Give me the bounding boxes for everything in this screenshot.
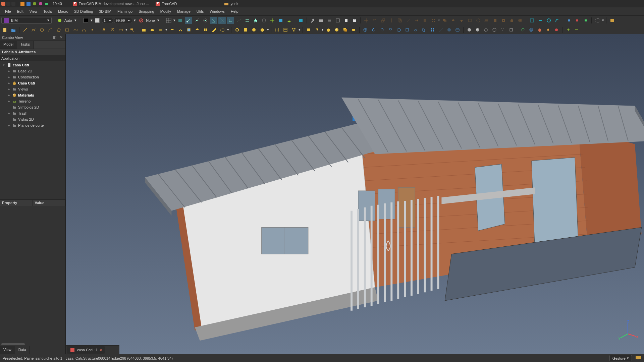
bim-section-icon[interactable] bbox=[305, 26, 312, 34]
snap-center-icon[interactable] bbox=[202, 17, 209, 24]
bim-rebar-icon[interactable] bbox=[177, 26, 184, 34]
tree-row[interactable]: ▸Terreno bbox=[0, 98, 65, 104]
snap-grid-icon[interactable] bbox=[165, 17, 172, 24]
bim-panel-icon[interactable] bbox=[202, 26, 209, 34]
snap-intersection-icon[interactable] bbox=[218, 17, 226, 24]
expand-arrow-icon[interactable]: ▸ bbox=[7, 75, 11, 79]
bim-section2-icon[interactable] bbox=[313, 26, 321, 34]
menu-flamingo[interactable]: Flamingo bbox=[114, 8, 136, 14]
scale-icon[interactable] bbox=[379, 17, 387, 24]
chevron-down-icon[interactable]: ▾ bbox=[602, 18, 604, 22]
menu-macro[interactable]: Macro bbox=[55, 8, 71, 14]
snap-wp-icon[interactable] bbox=[285, 17, 293, 24]
flamingo-frame-icon[interactable] bbox=[528, 17, 536, 24]
view-grid-icon[interactable] bbox=[429, 26, 436, 34]
tree-row[interactable]: ▸Trash bbox=[0, 110, 65, 116]
tree-row[interactable]: ▸Views bbox=[0, 86, 65, 92]
panel-float-icon[interactable]: ◧ bbox=[52, 35, 57, 40]
view-hidden-icon[interactable] bbox=[482, 26, 490, 34]
view-iso2-icon[interactable] bbox=[395, 26, 402, 34]
panel-close-icon[interactable]: ✕ bbox=[59, 35, 63, 40]
mirror-icon[interactable] bbox=[388, 17, 395, 24]
draft-bezier-icon[interactable] bbox=[80, 26, 88, 34]
menu-tools[interactable]: Tools bbox=[40, 8, 55, 14]
doc-icon[interactable] bbox=[342, 17, 350, 24]
flamingo-beam-icon[interactable] bbox=[537, 17, 544, 24]
snap-special-icon[interactable] bbox=[252, 17, 259, 24]
tray-icon[interactable] bbox=[38, 1, 43, 6]
expand-arrow-icon[interactable]: ▸ bbox=[7, 100, 11, 103]
bim-roof-icon[interactable] bbox=[194, 26, 201, 34]
view-shaded-icon[interactable] bbox=[466, 26, 473, 34]
globe-icon[interactable] bbox=[528, 26, 535, 34]
wp-side-icon[interactable] bbox=[582, 17, 589, 24]
draft-point-icon[interactable] bbox=[89, 26, 96, 34]
move-icon[interactable] bbox=[363, 17, 370, 24]
bim-box-icon[interactable] bbox=[325, 26, 332, 34]
chevron-down-icon[interactable]: ▾ bbox=[438, 18, 440, 22]
chevron-down-icon[interactable]: ▾ bbox=[73, 18, 78, 22]
expand-arrow-icon[interactable]: ▸ bbox=[7, 87, 11, 91]
flamingo-pipe-icon[interactable] bbox=[545, 17, 552, 24]
snap-extension-icon[interactable] bbox=[235, 17, 243, 24]
wp-top-icon[interactable] bbox=[565, 17, 573, 24]
upgrade-icon[interactable] bbox=[449, 17, 457, 24]
view-flat-icon[interactable] bbox=[474, 26, 481, 34]
tree-row[interactable]: ▾casa Cati bbox=[0, 62, 65, 68]
wm-close-icon[interactable] bbox=[1, 2, 5, 6]
levels-icon[interactable] bbox=[326, 17, 333, 24]
view-iso1-icon[interactable] bbox=[387, 26, 394, 34]
menu-edit[interactable]: Edit bbox=[14, 8, 26, 14]
record-icon[interactable] bbox=[553, 26, 560, 34]
fullscreen-icon[interactable] bbox=[608, 17, 616, 24]
chevron-down-icon[interactable]: ▾ bbox=[133, 18, 137, 22]
menu-2d-drafting[interactable]: 2D Drafting bbox=[71, 8, 96, 14]
bim-stairs-icon[interactable] bbox=[210, 26, 218, 34]
close-icon[interactable]: × bbox=[100, 348, 102, 352]
draft-arc-icon[interactable] bbox=[47, 26, 54, 34]
transparency-stepper[interactable]: 99.99▴▾ bbox=[114, 18, 132, 23]
menu-snapping[interactable]: Snapping bbox=[136, 8, 157, 14]
flame-icon[interactable] bbox=[544, 26, 552, 34]
tab-tasks[interactable]: Tasks bbox=[17, 41, 34, 49]
tab-data[interactable]: Data bbox=[15, 346, 30, 354]
bim-material-icon[interactable] bbox=[333, 26, 340, 34]
expand-arrow-icon[interactable]: ▸ bbox=[7, 124, 11, 127]
screen-icon[interactable] bbox=[635, 356, 641, 361]
chevron-down-icon[interactable]: ▾ bbox=[299, 27, 301, 32]
menu-windows[interactable]: Windows bbox=[207, 8, 228, 14]
snap-angle-icon[interactable] bbox=[210, 17, 217, 24]
tray-icon[interactable] bbox=[26, 1, 31, 6]
rotate-icon[interactable] bbox=[371, 17, 378, 24]
menu-modify[interactable]: Modify bbox=[157, 8, 174, 14]
view-rotate-left-icon[interactable] bbox=[370, 26, 377, 34]
snap-toggle-icon[interactable] bbox=[176, 17, 184, 24]
chevron-down-icon[interactable]: ▾ bbox=[156, 18, 161, 22]
line-color-button[interactable] bbox=[82, 17, 90, 24]
draft-bspline-icon[interactable] bbox=[72, 26, 79, 34]
group-icon[interactable] bbox=[594, 17, 601, 24]
draft-shapestring-icon[interactable]: S bbox=[109, 26, 116, 34]
sync-icon[interactable] bbox=[519, 26, 527, 34]
view-right-icon[interactable] bbox=[420, 26, 428, 34]
bim-component-icon[interactable] bbox=[259, 26, 266, 34]
menu-manage[interactable]: Manage bbox=[174, 8, 194, 14]
expand-arrow-icon[interactable]: ▸ bbox=[7, 94, 11, 97]
draft-line-icon[interactable] bbox=[21, 26, 29, 34]
taskbar-item[interactable]: yorik bbox=[221, 0, 241, 7]
bim-copy-icon[interactable] bbox=[341, 26, 349, 34]
bim-beam-icon[interactable] bbox=[157, 26, 164, 34]
extend-icon[interactable] bbox=[413, 17, 420, 24]
view-measure-icon[interactable] bbox=[437, 26, 444, 34]
lineweight-stepper[interactable]: 1▴▾ bbox=[102, 18, 113, 23]
view-fit-icon[interactable] bbox=[362, 26, 369, 34]
tab-model[interactable]: Model bbox=[0, 41, 17, 49]
chevron-down-icon[interactable]: ▾ bbox=[227, 27, 229, 32]
chevron-down-icon[interactable]: ▾ bbox=[173, 18, 175, 22]
zoom-out-icon[interactable] bbox=[573, 26, 580, 34]
wm-max-icon[interactable] bbox=[11, 2, 15, 6]
nav-style-select[interactable]: Gesture ▾ bbox=[609, 355, 632, 361]
bim-slab-icon[interactable] bbox=[168, 26, 176, 34]
expand-arrow-icon[interactable]: ▸ bbox=[7, 112, 11, 115]
open-button[interactable] bbox=[10, 26, 17, 34]
